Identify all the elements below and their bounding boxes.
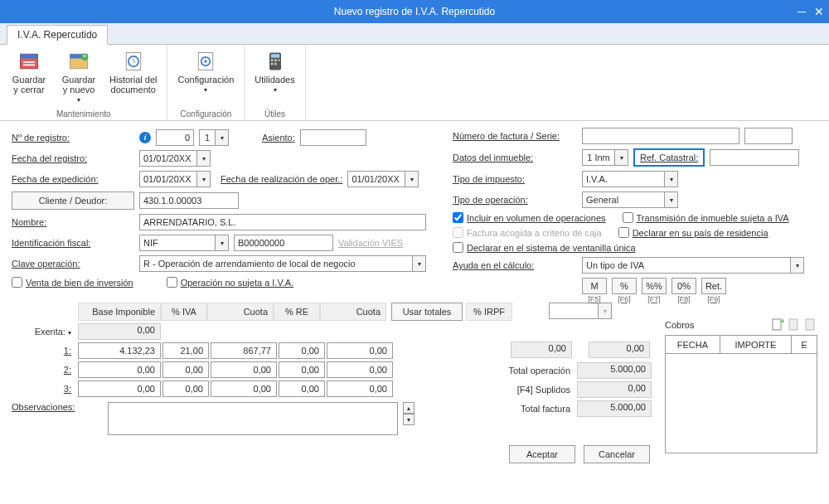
inmueble-select[interactable] xyxy=(582,149,615,166)
serie-input[interactable] xyxy=(744,128,793,144)
calendar-caret-icon[interactable]: ▾ xyxy=(197,150,211,167)
r2-cuota1[interactable] xyxy=(211,361,277,378)
calc-pp-button[interactable]: %% xyxy=(642,278,667,294)
ribbon-group-util-label: Útiles xyxy=(251,109,298,119)
col-importe[interactable]: IMPORTE xyxy=(720,336,791,354)
r2-cuota2[interactable] xyxy=(327,361,393,378)
del-doc-icon[interactable] xyxy=(804,318,817,332)
row-3-label: 3: xyxy=(12,384,76,394)
r2-base[interactable] xyxy=(78,361,161,378)
save-close-button[interactable]: Guardar y cerrar xyxy=(7,48,51,105)
ayuda-select[interactable] xyxy=(582,257,791,274)
dropdown-caret-icon[interactable]: ▾ xyxy=(216,235,229,251)
calc-0-button[interactable]: 0% xyxy=(671,278,696,294)
decl-vent-checkbox[interactable]: Declarar en el sistema de ventanilla úni… xyxy=(453,242,636,253)
info-icon[interactable]: i xyxy=(139,132,151,143)
save-new-icon: + xyxy=(67,50,90,73)
dropdown-caret-icon[interactable]: ▾ xyxy=(791,257,804,274)
tipoimp-select[interactable] xyxy=(582,171,665,187)
r3-re[interactable] xyxy=(279,380,325,397)
calculator-icon xyxy=(264,50,287,73)
refcat-input[interactable] xyxy=(710,149,799,166)
inmueble-label: Datos del inmueble: xyxy=(453,153,577,162)
r3-cuota1[interactable] xyxy=(211,380,277,397)
row-1-label: 1: xyxy=(12,346,76,356)
dropdown-caret-icon[interactable]: ▾ xyxy=(413,255,426,272)
svg-rect-16 xyxy=(274,59,277,61)
svg-rect-19 xyxy=(274,63,277,65)
cobros-title: Cobros xyxy=(665,320,694,330)
r1-cuota2[interactable] xyxy=(327,342,393,359)
svg-rect-17 xyxy=(278,59,279,61)
edit-doc-icon[interactable] xyxy=(788,318,801,332)
spin-down-icon[interactable]: ▾ xyxy=(403,414,414,425)
obs-textarea[interactable] xyxy=(108,402,398,435)
calendar-caret-icon[interactable]: ▾ xyxy=(197,171,211,187)
fecha-exp-label: Fecha de expedición: xyxy=(12,174,134,184)
r3-base[interactable] xyxy=(78,380,161,397)
dropdown-caret-icon[interactable]: ▾ xyxy=(665,191,678,208)
valid-vies-link[interactable]: Validación VIES xyxy=(338,238,403,248)
calc-m-button[interactable]: M xyxy=(582,278,607,294)
col-re: % RE xyxy=(274,303,320,321)
op-no-sujeta-checkbox[interactable]: Operación no sujeta a I.V.A. xyxy=(167,277,294,288)
calc-pct-button[interactable]: % xyxy=(612,278,637,294)
r3-iva[interactable] xyxy=(162,380,209,397)
gear-icon xyxy=(194,50,217,73)
col-e[interactable]: E xyxy=(792,336,817,354)
r1-cuota1[interactable] xyxy=(211,342,277,359)
nregistro-seq-input[interactable] xyxy=(199,129,216,146)
asiento-input[interactable] xyxy=(300,129,366,146)
idfiscal-type-select[interactable] xyxy=(139,235,216,251)
r1-base[interactable] xyxy=(78,342,161,359)
dropdown-caret-icon[interactable]: ▾ xyxy=(615,149,628,166)
decl-pais-checkbox[interactable]: Declarar en su país de residencia xyxy=(618,227,768,238)
suplidos-label[interactable]: [F4] Suplidos xyxy=(479,385,570,395)
dropdown-caret-icon[interactable]: ▾ xyxy=(665,171,678,187)
nregistro-input[interactable] xyxy=(156,129,194,146)
numfact-input[interactable] xyxy=(582,128,739,144)
ayuda-label: Ayuda en el cálculo: xyxy=(453,260,577,270)
save-close-icon xyxy=(17,50,41,73)
r3-cuota2[interactable] xyxy=(327,380,393,397)
config-button[interactable]: Configuración ▾ xyxy=(174,48,237,95)
minimize-button[interactable]: ─ xyxy=(797,5,806,18)
ribbon-group-config-label: Configuración xyxy=(174,109,237,119)
total-op-label: Total operación xyxy=(479,366,570,376)
spin-up-icon[interactable]: ▴ xyxy=(403,402,414,414)
tab-iva-repercutido[interactable]: I.V.A. Repercutido xyxy=(7,25,108,45)
calc-ret-button[interactable]: Ret. xyxy=(701,278,726,294)
col-cuota2: Cuota xyxy=(320,303,386,321)
add-doc-icon[interactable]: + xyxy=(771,318,784,332)
r2-iva[interactable] xyxy=(162,361,209,378)
cliente-button[interactable]: Cliente / Deudor: xyxy=(12,191,134,210)
r2-re[interactable] xyxy=(279,361,325,378)
nombre-input[interactable] xyxy=(139,214,426,230)
close-button[interactable]: ✕ xyxy=(814,5,824,18)
total-fac-label: Total factura xyxy=(479,404,570,414)
fecha-exp-input[interactable] xyxy=(139,171,197,187)
clave-select[interactable] xyxy=(139,255,413,272)
fecha-real-input[interactable] xyxy=(347,171,405,187)
aceptar-button[interactable]: Aceptar xyxy=(509,445,575,463)
cliente-input[interactable] xyxy=(139,192,239,209)
dropdown-caret-icon[interactable]: ▾ xyxy=(216,129,229,146)
incl-vol-checkbox[interactable]: Incluir en volumen de operaciones xyxy=(453,212,606,223)
clave-label: Clave operación: xyxy=(12,259,134,269)
fecha-reg-input[interactable] xyxy=(139,150,197,167)
r1-iva[interactable] xyxy=(162,342,209,359)
suplidos-value: 0,00 xyxy=(577,381,652,398)
calendar-caret-icon[interactable]: ▾ xyxy=(405,171,419,187)
idfiscal-label: Identificación fiscal: xyxy=(12,238,134,248)
utilities-button[interactable]: Utilidades ▾ xyxy=(251,48,298,95)
save-new-button[interactable]: + Guardar y nuevo ▾ xyxy=(56,48,101,105)
r1-re[interactable] xyxy=(279,342,325,359)
venta-inv-checkbox[interactable]: Venta de bien de inversión xyxy=(12,277,133,288)
dropdown-caret-icon: ▾ xyxy=(204,86,207,94)
cancelar-button[interactable]: Cancelar xyxy=(584,445,650,463)
trans-inm-checkbox[interactable]: Transmisión de inmueble sujeta a IVA xyxy=(623,212,789,223)
col-fecha[interactable]: FECHA xyxy=(666,336,720,354)
history-button[interactable]: Historial del documento xyxy=(106,48,160,105)
tipoop-select[interactable] xyxy=(582,191,665,208)
idfiscal-input[interactable] xyxy=(234,235,333,251)
